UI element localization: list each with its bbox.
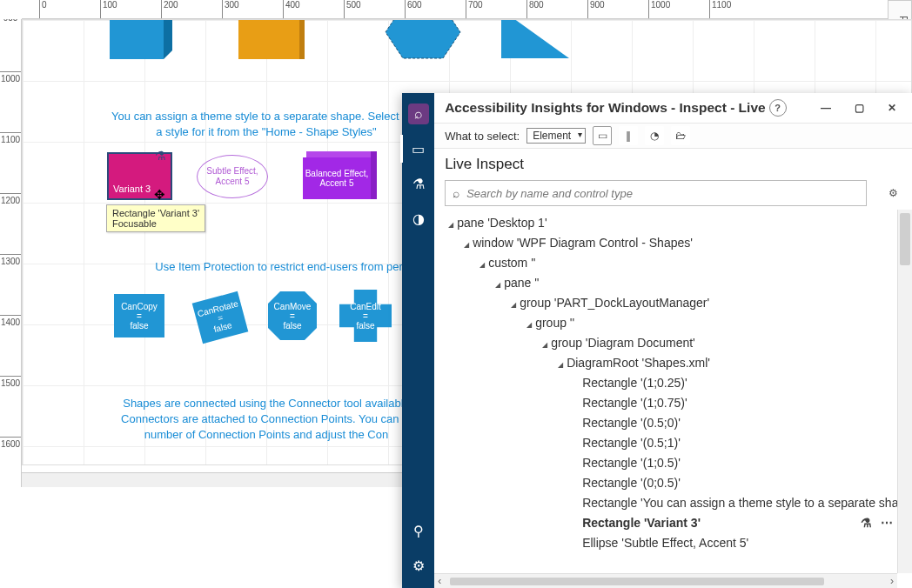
tree-node[interactable]: Rectangle '(1;0.5)' (438, 453, 912, 473)
tree-node[interactable]: Rectangle '(0.5;1)' (438, 433, 912, 453)
tree-node[interactable]: Rectangle '(1;0.75)' (438, 393, 912, 413)
ruler-tick: 1000 (0, 71, 21, 84)
tree-twisty[interactable]: ◢ (523, 315, 535, 335)
tree-node[interactable]: Ellipse 'Subtle Effect, Accent 5' (438, 533, 912, 553)
timer-button[interactable]: ◔ (645, 126, 664, 145)
tree-node-label: group 'Diagram Document' (551, 336, 695, 350)
shape-variant-3[interactable]: Variant 3 ⚗ ✥ (107, 152, 172, 200)
caption-item-protection: Use Item Protection to restrict end-user… (144, 259, 423, 275)
tree-twisty[interactable]: ◢ (460, 235, 473, 255)
search-settings-icon[interactable]: ⚙ (889, 187, 898, 199)
maximize-button[interactable]: ▢ (844, 96, 874, 120)
tree-node[interactable]: ◢group 'PART_DockLayoutManager' (438, 293, 912, 313)
ruler-tick: 900 (0, 19, 21, 23)
gear-icon[interactable]: ⚙ (408, 555, 429, 576)
tree-node-label: pane '' (504, 276, 539, 290)
ruler-tick: 1100 (0, 132, 21, 144)
shape-cube-balanced[interactable]: Balanced Effect, Accent 5 (303, 157, 371, 199)
horizontal-scrollbar[interactable]: ‹ › (434, 573, 897, 588)
caption-connectors: Shapes are connected using the Connector… (110, 396, 423, 444)
shape-canedit[interactable]: CanEdit = false (339, 290, 392, 342)
shape-ellipse-subtle[interactable]: Subtle Effect, Accent 5 (197, 155, 268, 198)
tree-node[interactable]: ◢pane 'Desktop 1' (438, 213, 912, 233)
tree-node-label: custom '' (488, 256, 535, 270)
tree-twisty[interactable]: ◢ (492, 275, 504, 295)
accessibility-insights-window: ⌕ ▭ ⚗ ◑ ⚲ ⚙ Accessibility Insights for W… (402, 93, 912, 588)
beaker-icon: ⚗ (155, 149, 172, 166)
shape-label: Variant 3 (113, 184, 151, 194)
more-icon[interactable]: ⋯ (881, 513, 893, 533)
tree-node[interactable]: Rectangle 'Variant 3'⚗⋯ (438, 513, 912, 533)
tree-node[interactable]: Rectangle 'You can assign a theme style … (438, 493, 912, 513)
ai-main: Accessibility Insights for Windows - Ins… (434, 93, 912, 588)
tree-node-label: Ellipse 'Subtle Effect, Accent 5' (582, 536, 748, 550)
shape-blue-box-1[interactable] (110, 19, 164, 59)
search-icon: ⌕ (453, 186, 459, 200)
horizontal-ruler: 010020030040050060070080090010001100 (22, 0, 912, 19)
beaker-icon[interactable]: ⚗ (408, 173, 429, 194)
tree-node-label: Rectangle '(0.5;1)' (582, 436, 681, 450)
vertical-scrollbar[interactable] (897, 210, 912, 573)
tree-node-label: window 'WPF Diagram Control - Shapes' (473, 236, 693, 250)
tree-node[interactable]: Rectangle '(0.5;0)' (438, 413, 912, 433)
open-button[interactable]: 🗁 (671, 126, 690, 145)
tree-node-label: Rectangle '(1;0.5)' (582, 456, 681, 470)
tree-twisty[interactable]: ◢ (507, 295, 520, 315)
shape-label: Balanced Effect, Accent 5 (303, 169, 371, 188)
svg-marker-1 (501, 19, 569, 58)
search-input[interactable]: ⌕ Search by name and control type (445, 180, 867, 206)
tree-twisty[interactable]: ◢ (539, 335, 551, 355)
ui-tree[interactable]: ◢pane 'Desktop 1'◢window 'WPF Diagram Co… (434, 210, 912, 588)
ai-titlebar: Accessibility Insights for Windows - Ins… (434, 93, 912, 123)
ai-sidebar: ⌕ ▭ ⚗ ◑ ⚲ ⚙ (402, 93, 434, 588)
palette-icon[interactable]: ◑ (408, 208, 429, 229)
tree-node[interactable]: ◢DiagramRoot 'Shapes.xml' (438, 353, 912, 373)
beaker-icon[interactable]: ⚗ (861, 513, 872, 533)
tree-node-label: pane 'Desktop 1' (457, 216, 547, 230)
scroll-left-icon[interactable]: ‹ (438, 575, 441, 587)
shape-label: CanEdit = false (350, 302, 381, 331)
ruler-tick: 600 (405, 0, 422, 18)
what-to-select-dropdown[interactable]: Element (526, 128, 586, 144)
ruler-tick: 700 (466, 0, 483, 18)
tree-node[interactable]: ◢group 'Diagram Document' (438, 333, 912, 353)
scroll-right-icon[interactable]: › (890, 575, 894, 587)
scrollbar-thumb[interactable] (450, 578, 824, 585)
link-icon[interactable]: ⚲ (408, 520, 429, 541)
shape-label: CanCopy = false (121, 302, 158, 331)
tree-node[interactable]: ◢custom '' (438, 253, 912, 273)
ruler-tick: 100 (100, 0, 117, 18)
capture-button[interactable]: ▭ (593, 126, 612, 145)
tree-node[interactable]: Rectangle '(0;0.5)' (438, 473, 912, 493)
ruler-tick: 1100 (709, 0, 731, 18)
scrollbar-thumb[interactable] (900, 213, 910, 265)
tree-twisty[interactable]: ◢ (554, 355, 567, 375)
window-title: Accessibility Insights for Windows - Ins… (445, 100, 765, 116)
shape-tooltip: Rectangle 'Variant 3' Focusable (106, 204, 205, 232)
shape-orange-box[interactable] (238, 19, 299, 59)
tree-twisty[interactable]: ◢ (445, 215, 457, 235)
pause-button[interactable]: ‖ (619, 126, 638, 145)
shape-label: Subtle Effect, Accent 5 (198, 166, 267, 187)
inspect-tab-icon[interactable]: ▭ (408, 138, 429, 159)
minimize-button[interactable]: — (811, 96, 841, 120)
what-to-select-label: What to select: (445, 130, 520, 143)
shape-hexagon[interactable] (384, 19, 462, 61)
tree-node[interactable]: ◢window 'WPF Diagram Control - Shapes' (438, 233, 912, 253)
ruler-tick: 0 (39, 0, 47, 18)
shape-canrotate[interactable]: CanRotate = false (192, 291, 249, 344)
tree-node[interactable]: Rectangle '(1;0.25)' (438, 373, 912, 393)
shape-label: CanRotate = false (197, 298, 245, 337)
help-icon[interactable]: ? (769, 99, 787, 117)
ruler-tick: 1500 (0, 376, 21, 388)
shape-cancopy[interactable]: CanCopy = false (114, 294, 164, 337)
close-button[interactable]: ✕ (877, 96, 907, 120)
tree-twisty[interactable]: ◢ (476, 255, 488, 275)
shape-canmove[interactable]: CanMove = false (268, 291, 317, 340)
tree-node[interactable]: ◢pane '' (438, 273, 912, 293)
tree-node[interactable]: ◢group '' (438, 313, 912, 333)
ruler-tick: 1200 (0, 193, 21, 205)
ruler-tick: 800 (526, 0, 544, 18)
shape-right-triangle[interactable] (501, 19, 569, 58)
magnifier-heart-icon[interactable]: ⌕ (408, 104, 429, 124)
